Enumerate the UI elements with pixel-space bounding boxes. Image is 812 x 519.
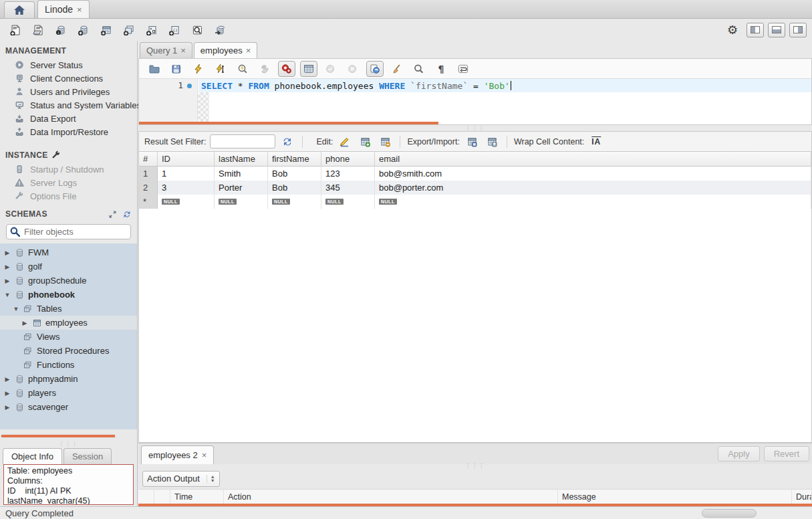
column-header-email[interactable]: email (375, 152, 811, 167)
chevron-down-icon[interactable]: ▼ (13, 306, 19, 312)
pending-changes-tab[interactable]: employees 2 × (141, 445, 214, 464)
toggle-autocommit-button[interactable] (366, 61, 384, 77)
chevron-down-icon[interactable]: ▼ (4, 292, 11, 298)
apply-button[interactable]: Apply (718, 446, 760, 461)
filter-objects-input[interactable] (6, 224, 131, 239)
create-procedure-button[interactable] (142, 21, 162, 39)
grid-cell[interactable]: NULL (268, 195, 321, 209)
grid-cell[interactable]: 123 (321, 167, 375, 181)
tree-node-stored-procedures[interactable]: Stored Procedures (0, 344, 137, 358)
import-records-button[interactable] (484, 134, 500, 149)
toggle-bottom-panel-button[interactable] (768, 23, 785, 37)
column-header-phone[interactable]: phone (321, 152, 375, 167)
output-column-icon0[interactable] (138, 490, 154, 504)
limit-rows-button[interactable] (300, 61, 317, 77)
sql-code-line[interactable]: SELECT * FROM phonebook.employees WHERE … (198, 79, 811, 92)
close-icon[interactable]: × (180, 45, 186, 56)
sidebar-item-server-logs[interactable]: Server Logs (0, 176, 137, 189)
clear-query-button[interactable] (388, 61, 406, 77)
close-icon[interactable]: × (202, 450, 207, 460)
column-header-firstName[interactable]: firstName (268, 152, 321, 167)
horizontal-scrollbar[interactable] (702, 509, 757, 518)
toggle-stop-on-error-button[interactable] (278, 61, 295, 77)
grid-cell[interactable]: 1 (158, 167, 215, 181)
grid-cell[interactable]: bob@smith.com (375, 167, 811, 181)
chevron-right-icon[interactable]: ▶ (4, 249, 11, 256)
result-filter-input[interactable] (210, 134, 275, 148)
chevron-right-icon[interactable]: ▶ (4, 376, 11, 383)
close-icon[interactable]: × (246, 45, 251, 56)
grid-cell[interactable]: 345 (321, 181, 375, 195)
sidebar-splitter-grip[interactable]: ⋮⋮⋮ (0, 441, 137, 447)
sidebar-item-server-status[interactable]: Server Status (0, 58, 137, 72)
tree-node-tables[interactable]: ▼ Tables (0, 302, 137, 316)
show-invisibles-button[interactable]: ¶ (432, 61, 450, 77)
chevron-right-icon[interactable]: ▶ (4, 390, 11, 397)
toggle-right-panel-button[interactable] (789, 23, 807, 37)
connection-tab[interactable]: Linode × (37, 0, 90, 18)
toggle-left-panel-button[interactable] (747, 23, 764, 37)
result-grid[interactable]: #IDlastNamefirstNamephoneemail 11SmithBo… (138, 152, 812, 443)
wrap-text-button[interactable] (454, 61, 472, 77)
explain-button[interactable] (234, 61, 251, 77)
new-row[interactable]: *NULLNULLNULLNULLNULL (139, 195, 811, 209)
grid-cell[interactable]: Bob (268, 181, 321, 195)
create-schema-button[interactable] (74, 21, 94, 39)
open-sql-script-button[interactable]: SQL (28, 21, 48, 39)
edit-record-button[interactable] (337, 134, 353, 149)
close-icon[interactable]: × (77, 5, 82, 15)
table-row[interactable]: 11SmithBob123bob@smith.com (139, 167, 811, 181)
reconnect-dbms-button[interactable] (210, 21, 230, 39)
sql-editor[interactable]: SELECT * FROM phonebook.employees WHERE … (138, 78, 812, 125)
grid-cell[interactable]: NULL (215, 195, 268, 209)
execute-current-button[interactable] (212, 61, 229, 77)
tree-node-phonebook[interactable]: ▼ phonebook (0, 288, 137, 302)
tree-node-groupschedule[interactable]: ▶ groupSchedule (0, 274, 137, 288)
grid-cell[interactable]: 3 (158, 181, 215, 195)
grid-cell[interactable]: Smith (215, 167, 268, 181)
chevron-right-icon[interactable]: ▶ (4, 264, 11, 270)
tree-node-functions[interactable]: Functions (0, 358, 137, 372)
grid-cell[interactable]: Porter (215, 181, 268, 195)
tree-node-players[interactable]: ▶ players (0, 386, 137, 400)
output-column-icon1[interactable] (154, 490, 170, 504)
chevron-right-icon[interactable]: ▶ (21, 320, 28, 326)
revert-button[interactable]: Revert (764, 446, 809, 461)
delete-row-button[interactable] (377, 134, 393, 149)
add-row-button[interactable] (357, 134, 373, 149)
tab-object-info[interactable]: Object Info (3, 448, 62, 464)
chevron-right-icon[interactable]: ▶ (4, 278, 11, 284)
sidebar-item-client-connections[interactable]: Client Connections (0, 72, 137, 85)
sidebar-splitter[interactable] (0, 429, 137, 441)
home-tab[interactable] (4, 1, 35, 18)
expand-panel-icon[interactable] (108, 210, 117, 219)
sidebar-item-data-export[interactable]: Data Export (0, 112, 137, 125)
search-data-button[interactable] (187, 21, 207, 39)
export-recordset-button[interactable] (464, 134, 480, 149)
refresh-schemas-icon[interactable] (122, 210, 132, 219)
output-column-action[interactable]: Action (224, 490, 558, 504)
find-button[interactable] (410, 61, 428, 77)
table-row[interactable]: 23PorterBob345bob@porter.com (139, 181, 811, 195)
output-column-message[interactable]: Message (558, 490, 792, 504)
commit-button[interactable] (322, 61, 340, 77)
tree-node-views[interactable]: Views (0, 330, 137, 344)
column-header-lastName[interactable]: lastName (215, 152, 268, 167)
create-table-button[interactable] (96, 21, 116, 39)
tree-node-phpmyadmin[interactable]: ▶ phpmyadmin (0, 372, 137, 386)
refresh-resultset-button[interactable] (279, 134, 295, 149)
output-type-select[interactable]: Action Output ▲▼ (142, 471, 220, 487)
sidebar-item-data-import-restore[interactable]: Data Import/Restore (0, 125, 137, 138)
grid-cell[interactable]: NULL (158, 195, 215, 209)
column-header-ID[interactable]: ID (158, 152, 215, 167)
editor-tab-employees[interactable]: employees × (194, 42, 257, 58)
column-header-num[interactable]: # (139, 152, 158, 167)
tree-node-employees[interactable]: ▶ employees (0, 316, 137, 330)
new-query-tab-button[interactable]: SQL (5, 21, 25, 39)
sidebar-item-startup-shutdown[interactable]: Startup / Shutdown (0, 163, 137, 176)
grid-cell[interactable]: bob@porter.com (375, 181, 811, 195)
grid-cell[interactable]: NULL (321, 195, 375, 209)
rollback-button[interactable] (344, 61, 362, 77)
tree-node-fwm[interactable]: ▶ FWM (0, 245, 137, 260)
tree-node-scavenger[interactable]: ▶ scavenger (0, 400, 137, 414)
